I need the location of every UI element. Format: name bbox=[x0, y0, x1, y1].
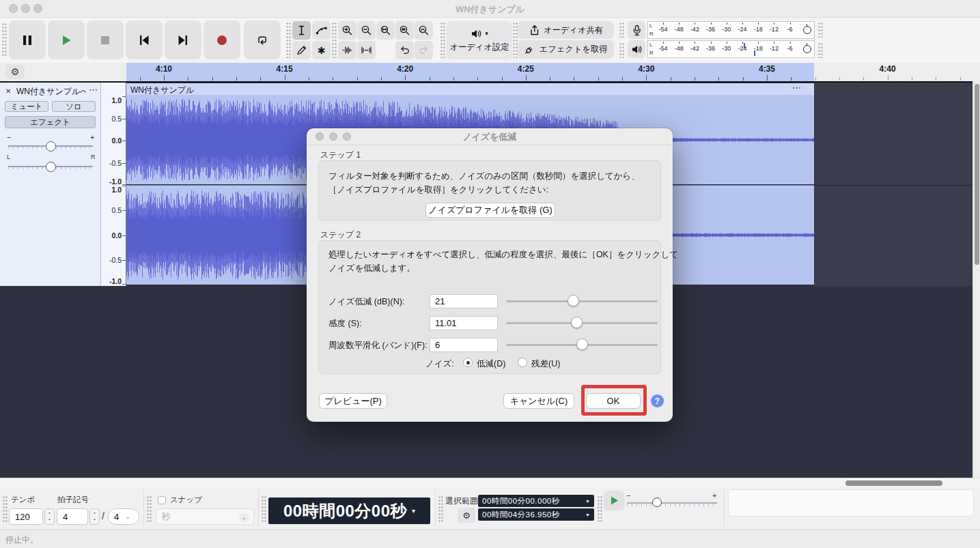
track-empty-right[interactable] bbox=[814, 83, 972, 286]
horizontal-scrollbar[interactable] bbox=[0, 478, 980, 487]
undo-button[interactable] bbox=[395, 41, 414, 59]
zoom-out-button[interactable] bbox=[357, 21, 376, 40]
sensitivity-slider-thumb[interactable] bbox=[571, 317, 583, 328]
smoothing-input[interactable]: 6 bbox=[430, 338, 498, 352]
selection-tool-button[interactable] bbox=[292, 21, 311, 40]
record-meter-button[interactable] bbox=[628, 21, 645, 39]
noise-reduction-slider-thumb[interactable] bbox=[568, 295, 579, 306]
meter-scale-value: -30 bbox=[718, 45, 735, 52]
noise-residue-radio[interactable] bbox=[518, 358, 527, 367]
get-effects-button[interactable]: エフェクトを取得 bbox=[518, 40, 614, 59]
vertical-scale-ruler[interactable]: 1.00.50.0-0.5-1.01.00.50.0-0.5-1.0 bbox=[101, 83, 126, 286]
cancel-button[interactable]: キャンセル(C) bbox=[503, 393, 574, 409]
clip-title-bar[interactable]: WN付きサンプル ⋯ bbox=[126, 83, 814, 95]
tempo-input[interactable]: 120 bbox=[9, 508, 43, 525]
timeline-options-button[interactable]: ⚙ bbox=[5, 64, 25, 79]
pan-slider-thumb[interactable] bbox=[46, 162, 56, 172]
playback-meter[interactable]: LR-54-48-42-36-30-24-18-12-6 bbox=[647, 40, 815, 58]
meter-end-grip-1[interactable] bbox=[818, 23, 823, 38]
transport-toolbar-grip[interactable] bbox=[2, 23, 7, 56]
share-toolbar-grip[interactable] bbox=[513, 23, 518, 58]
timesig-upper-input[interactable]: 4 bbox=[57, 508, 88, 525]
gain-slider-thumb[interactable] bbox=[46, 141, 56, 152]
record-meter[interactable]: LR-54-48-42-36-30-24-18-12-6 bbox=[647, 21, 815, 39]
redo-button[interactable] bbox=[415, 41, 433, 59]
snap-unit-select[interactable]: 秒 ⌄ bbox=[156, 508, 254, 525]
fit-selection-button[interactable] bbox=[376, 21, 395, 40]
play-at-speed-button[interactable] bbox=[604, 491, 624, 510]
timesig-upper-value: 4 bbox=[63, 512, 68, 522]
edit-toolbar-grip[interactable] bbox=[332, 23, 337, 58]
track-close-button[interactable]: ✕ bbox=[5, 87, 11, 95]
timesig-upper-stepper[interactable]: ⌃⌄ bbox=[89, 508, 100, 525]
clip-menu-button[interactable]: ⋯ bbox=[792, 83, 801, 93]
share-audio-label: オーディオ共有 bbox=[544, 25, 603, 36]
solo-button[interactable]: ソロ bbox=[52, 101, 96, 112]
snapping-grip[interactable] bbox=[147, 496, 152, 522]
zoom-in-button[interactable] bbox=[338, 21, 356, 40]
play-speed-slider-thumb[interactable] bbox=[652, 497, 662, 507]
play-speed-slider[interactable] bbox=[627, 500, 717, 509]
timeline-ruler[interactable]: ⚙ 4:104:154:204:254:304:354:40 bbox=[0, 63, 980, 81]
amplitude-scale-label: -0.5 bbox=[102, 160, 122, 167]
skip-to-end-button[interactable] bbox=[165, 20, 201, 59]
tempo-stepper[interactable]: ⌃⌄ bbox=[44, 508, 55, 525]
time-signature-grip[interactable] bbox=[3, 496, 8, 522]
vertical-scrollbar[interactable] bbox=[972, 81, 980, 478]
stop-button[interactable] bbox=[87, 20, 124, 59]
silence-audio-button[interactable] bbox=[357, 41, 376, 59]
selection-start-field[interactable]: 00時間00分00.000秒 ▼ bbox=[478, 495, 594, 507]
trim-audio-button[interactable] bbox=[338, 41, 356, 59]
get-noise-profile-button[interactable]: ノイズプロファイルを取得 (G) bbox=[425, 203, 555, 218]
playback-meter-button[interactable] bbox=[628, 40, 645, 58]
skip-to-start-button[interactable] bbox=[126, 20, 163, 59]
zoom-toggle-button[interactable] bbox=[415, 21, 433, 40]
gain-slider[interactable] bbox=[8, 143, 93, 152]
playback-meter-grip[interactable] bbox=[619, 43, 624, 58]
fit-project-button[interactable] bbox=[395, 21, 414, 40]
vertical-scrollbar-thumb[interactable] bbox=[975, 84, 979, 265]
multi-tool-button[interactable]: ✱ bbox=[312, 41, 331, 59]
noise-reduction-slider[interactable] bbox=[506, 294, 658, 308]
pencil-icon bbox=[296, 44, 307, 56]
tools-toolbar-grip[interactable] bbox=[286, 23, 291, 58]
audio-setup-button[interactable]: ▾ オーディオ設定 bbox=[447, 21, 512, 59]
play-at-speed-grip[interactable] bbox=[598, 496, 602, 522]
selection-end-field[interactable]: 00時間04分36.950秒 ▼ bbox=[478, 508, 594, 521]
noise-reduction-input[interactable]: 21 bbox=[430, 294, 498, 308]
track-name[interactable]: WN付きサンプルへ bbox=[16, 86, 86, 98]
noise-reduce-radio[interactable] bbox=[463, 358, 473, 367]
timeline-selected-region[interactable] bbox=[126, 63, 814, 81]
smoothing-slider-thumb[interactable] bbox=[576, 338, 588, 350]
pause-button[interactable] bbox=[9, 20, 46, 59]
record-meter-grip[interactable] bbox=[619, 23, 624, 38]
draw-tool-button[interactable] bbox=[292, 41, 311, 59]
play-button[interactable] bbox=[48, 20, 85, 59]
horizontal-scrollbar-thumb[interactable] bbox=[845, 480, 942, 486]
snap-checkbox[interactable] bbox=[158, 496, 166, 504]
smoothing-slider[interactable] bbox=[506, 338, 658, 351]
chevron-down-icon: ▾ bbox=[485, 30, 488, 37]
time-display[interactable]: 00時間00分00秒 ▾ bbox=[268, 497, 430, 524]
meter-scale-value: -30 bbox=[718, 26, 735, 33]
track-menu-button[interactable]: ⋯ bbox=[89, 85, 98, 95]
record-button[interactable] bbox=[204, 20, 240, 59]
selection-toolbar-grip[interactable] bbox=[438, 496, 443, 522]
time-toolbar-grip[interactable] bbox=[262, 496, 266, 522]
selection-options-button[interactable]: ⚙ bbox=[458, 508, 475, 523]
meter-end-grip-2[interactable] bbox=[818, 43, 823, 58]
sensitivity-input[interactable]: 11.01 bbox=[430, 316, 498, 330]
loop-button[interactable] bbox=[244, 20, 281, 59]
mute-button[interactable]: ミュート bbox=[5, 101, 48, 112]
fit-selection-icon bbox=[380, 25, 391, 36]
sensitivity-slider[interactable] bbox=[506, 316, 658, 330]
timesig-lower-select[interactable]: 4 ⌄ bbox=[108, 508, 139, 525]
effects-button[interactable]: エフェクト bbox=[5, 116, 96, 128]
help-button[interactable]: ? bbox=[651, 394, 664, 407]
preview-button[interactable]: プレビュー(P) bbox=[319, 393, 387, 409]
audio-setup-grip[interactable] bbox=[440, 23, 445, 58]
meter-left-label: L bbox=[649, 23, 652, 29]
share-audio-button[interactable]: オーディオ共有 bbox=[518, 21, 614, 39]
envelope-tool-button[interactable] bbox=[312, 21, 331, 40]
pan-slider[interactable] bbox=[8, 163, 93, 173]
